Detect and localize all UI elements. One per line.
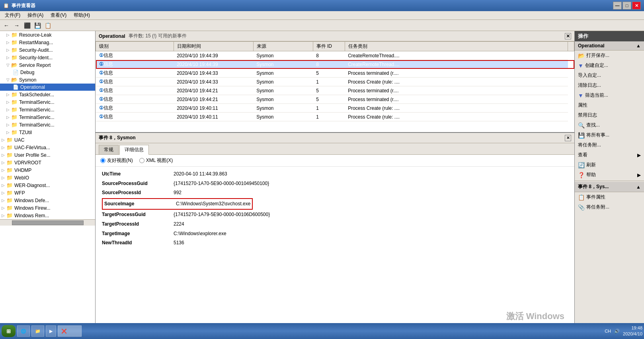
sidebar-item-label: VDRVROOT: [14, 160, 41, 166]
title-bar: 📋 事件查看器 — □ ✕: [0, 0, 644, 11]
right-action-create-custom[interactable]: ▼ 创建自定...: [575, 60, 644, 70]
taskbar-ie[interactable]: 🌐: [17, 325, 30, 337]
col-source[interactable]: 来源: [253, 42, 313, 51]
tab-label[interactable]: Operational: [99, 33, 125, 39]
sidebar-item-label: Security-Ident...: [19, 55, 53, 60]
report-button[interactable]: 📋: [43, 21, 53, 30]
table-row[interactable]: ①信息2020/4/10 19:40:11Sysmon1Process Crea…: [96, 113, 574, 121]
sidebar-item-vhdmp[interactable]: ▷ 📁 VHDMP: [0, 166, 95, 174]
sidebar-item-operational[interactable]: 📄 Operational: [0, 84, 95, 91]
table-row[interactable]: ①信息2020/4/10 19:44:39Sysmon8CreateRemote…: [96, 60, 574, 69]
sidebar-item-label: Sysmon: [19, 77, 36, 83]
minimize-button[interactable]: —: [613, 2, 622, 10]
taskbar-lang: CH: [605, 329, 611, 333]
right-action-refresh[interactable]: 🔄 刷新: [575, 160, 644, 170]
right-action-save-all[interactable]: 💾 将所有事...: [575, 130, 644, 140]
sidebar-item-label: VHDMP: [14, 168, 31, 173]
folder-icon: 📂: [11, 77, 18, 83]
taskbar-media[interactable]: ▶: [46, 325, 56, 337]
right-action-help[interactable]: ❓ 帮助 ▶: [575, 170, 644, 180]
tab-general[interactable]: 常规: [99, 145, 119, 154]
page-icon: 📄: [13, 84, 19, 90]
right-action-view[interactable]: 查看 ▶: [575, 150, 644, 160]
sidebar-item-terminalserv3[interactable]: ▷ 📁 TerminalServic...: [0, 113, 95, 121]
friendly-view-option[interactable]: 友好视图(N): [100, 157, 133, 164]
right-action-attach-task2[interactable]: 📎 将任务附...: [575, 202, 644, 212]
table-row[interactable]: ①信息2020/4/10 19:44:33Sysmon1Process Crea…: [96, 78, 574, 86]
table-row[interactable]: ①信息2020/4/10 19:44:39Sysmon8CreateRemote…: [96, 51, 574, 60]
sidebar-item-service-report[interactable]: ▽ 📂 Service Report: [0, 61, 95, 69]
right-action-open[interactable]: 📂 打开保存...: [575, 51, 644, 60]
refresh-icon: 🔄: [578, 162, 585, 168]
sidebar-item-sysmon[interactable]: ▽ 📂 Sysmon: [0, 76, 95, 84]
menu-action[interactable]: 操作(A): [24, 11, 47, 19]
sidebar-item-uac[interactable]: ▷ 📁 UAC: [0, 136, 95, 144]
close-button[interactable]: ✕: [632, 2, 641, 10]
clock-date: 2020/4/10: [623, 331, 642, 337]
folder-icon: 📁: [11, 107, 18, 113]
sidebar-item-windows-rem[interactable]: ▷ 📁 Windows Rem...: [0, 212, 95, 219]
sidebar-item-user-profile[interactable]: ▷ 📁 User Profile Se...: [0, 151, 95, 159]
sidebar-item-uac-filevirtua[interactable]: ▷ 📁 UAC-FileVirtua...: [0, 144, 95, 151]
menu-help[interactable]: 帮助(H): [70, 11, 93, 19]
sidebar-item-resource-leak[interactable]: ▷ 📁 Resource-Leak: [0, 31, 95, 39]
maximize-button[interactable]: □: [623, 2, 631, 10]
right-action-disable[interactable]: 禁用日志: [575, 110, 644, 120]
col-task[interactable]: 任务类别: [345, 42, 568, 51]
sidebar-item-label: RestartManag...: [19, 40, 53, 45]
sidebar-item-windows-firew[interactable]: ▷ 📁 Windows Firew...: [0, 204, 95, 212]
col-eventid[interactable]: 事件 ID: [313, 42, 345, 51]
sidebar-item-tzutil[interactable]: ▷ 📁 TZUtil: [0, 129, 95, 136]
col-level[interactable]: 级别: [96, 42, 174, 51]
sidebar-item-vdrvroot[interactable]: ▷ 📁 VDRVROOT: [0, 159, 95, 166]
detail-content[interactable]: UtcTime 2020-04-10 11:44:39.863 SourcePr…: [96, 167, 574, 323]
sidebar-item-restartmanag[interactable]: ▷ 📁 RestartManag...: [0, 39, 95, 46]
sidebar-item-windows-defe[interactable]: ▷ 📁 Windows Defe...: [0, 197, 95, 204]
event-table-container[interactable]: 级别 日期和时间 来源 事件 ID 任务类别 ①信息2020/4/10 19:4…: [96, 41, 574, 133]
table-row[interactable]: ①信息2020/4/10 19:44:33Sysmon5Process term…: [96, 69, 574, 78]
detail-header: 事件 8，Sysmon ✕: [96, 133, 574, 143]
menu-view[interactable]: 查看(V): [47, 11, 70, 19]
right-action-filter[interactable]: ▼ 筛选当前...: [575, 90, 644, 100]
start-button[interactable]: ⊞: [2, 325, 16, 337]
expand-icon: ▷: [6, 33, 10, 37]
sidebar-item-terminalserv2[interactable]: ▷ 📁 TerminalServic...: [0, 106, 95, 113]
sidebar-item-wer[interactable]: ▷ 📁 WER-Diagnost...: [0, 181, 95, 189]
table-row[interactable]: ①信息2020/4/10 19:40:11Sysmon1Process Crea…: [96, 104, 574, 113]
up-button[interactable]: ⬛: [22, 21, 32, 30]
right-action-properties[interactable]: 属性: [575, 100, 644, 110]
right-action-event-props[interactable]: 📋 事件属性: [575, 192, 644, 202]
right-action-clear[interactable]: 清除日志...: [575, 80, 644, 90]
col-datetime[interactable]: 日期和时间: [174, 42, 253, 51]
sidebar-item-taskscheduler[interactable]: ▷ 📁 TaskScheduler...: [0, 91, 95, 98]
back-button[interactable]: ←: [2, 21, 11, 30]
sidebar-item-terminalserv1[interactable]: ▷ 📁 TerminalServic...: [0, 98, 95, 106]
menu-file[interactable]: 文件(F): [2, 11, 23, 19]
sidebar-item-label: Windows Defe...: [14, 198, 49, 203]
detail-close-button[interactable]: ✕: [565, 135, 571, 141]
xml-view-option[interactable]: XML 视图(X): [139, 157, 173, 164]
right-action-import[interactable]: 导入自定...: [575, 70, 644, 80]
right-panel: 操作 Operational ▲ 📂 打开保存... ▼ 创建自定... 导入自…: [574, 31, 644, 323]
detail-row-tgtpid: TargetProcessId 2224: [102, 220, 568, 229]
sidebar-item-webio[interactable]: ▷ 📁 WebIO: [0, 174, 95, 181]
forward-button[interactable]: →: [12, 21, 21, 30]
table-row[interactable]: ①信息2020/4/10 19:44:21Sysmon5Process term…: [96, 95, 574, 104]
header-close-button[interactable]: ✕: [565, 33, 571, 39]
sidebar-item-security-ident[interactable]: ▷ 📁 Security-Ident...: [0, 54, 95, 61]
sidebar-item-label: Security-Audit...: [19, 47, 53, 53]
sidebar-item-terminalserv4[interactable]: ▷ 📁 TerminalServic...: [0, 121, 95, 129]
right-section-event8[interactable]: 事件 8，Sys... ▲: [575, 182, 644, 192]
toolbar: ← → ⬛ 💾 📋: [0, 20, 644, 31]
table-row[interactable]: ①信息2020/4/10 19:44:21Sysmon5Process term…: [96, 86, 574, 95]
taskbar-app[interactable]: ❌: [58, 325, 82, 337]
sidebar-item-debug[interactable]: 📄 Debug: [0, 69, 95, 76]
tab-detail[interactable]: 详细信息: [119, 145, 149, 155]
save-button[interactable]: 💾: [33, 21, 42, 30]
sidebar-item-wfp[interactable]: ▷ 📁 WFP: [0, 189, 95, 197]
right-action-attach-task1[interactable]: 将任务附...: [575, 140, 644, 150]
right-section-operational[interactable]: Operational ▲: [575, 41, 644, 51]
taskbar-explorer[interactable]: 📁: [31, 325, 44, 337]
sidebar-item-security-audit[interactable]: ▷ 📁 Security-Audit...: [0, 46, 95, 54]
right-action-find[interactable]: 🔍 查找...: [575, 120, 644, 130]
